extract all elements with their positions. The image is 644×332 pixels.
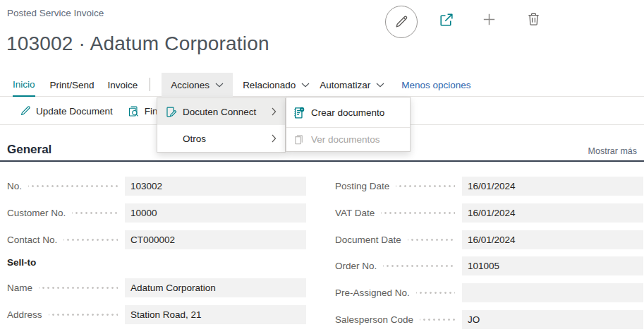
edit-button[interactable] [385,6,418,38]
edit-document-icon [165,106,177,118]
field-salesperson-code: Salesperson Code JO [335,310,643,329]
dotted-leader [28,177,118,196]
menos-opciones-link[interactable]: Menos opciones [401,73,470,97]
trash-icon [525,11,542,28]
field-value[interactable]: 10000 [125,203,306,223]
field-label: VAT Date [335,208,375,218]
field-contact-no: Contact No. CT000002 [7,230,306,249]
tab-separator [150,78,150,91]
dotted-leader [381,203,455,223]
general-section-heading: General [7,143,51,157]
dotted-leader [416,283,455,302]
field-label: Salesperson Code [335,314,413,325]
chevron-down-icon [376,83,384,88]
field-address: Address Station Road, 21 [7,305,306,324]
field-value[interactable]: 16/01/2024 [462,177,643,196]
dotted-leader [396,177,455,196]
field-value[interactable]: 16/01/2024 [462,230,643,249]
field-value[interactable]: Station Road, 21 [125,305,306,324]
menu-item-crear-documento[interactable]: Crear documento [286,97,410,127]
field-posting-date: Posting Date 16/01/2024 [335,177,643,196]
tab-automatizar[interactable]: Automatizar [320,73,384,97]
chevron-right-icon [272,107,277,116]
dotted-leader [39,278,118,297]
field-label: Order No. [335,261,377,271]
dotted-leader [383,256,455,275]
create-document-icon [292,106,305,119]
find-entries-button[interactable]: Fin [128,105,158,117]
plus-icon [481,11,497,28]
field-customer-no: Customer No. 10000 [7,203,306,223]
update-document-button[interactable]: Update Document [20,105,113,117]
tab-acciones[interactable]: Acciones [162,73,233,97]
field-no: No. 103002 [7,177,306,196]
field-label: Name [7,283,32,293]
update-document-label: Update Document [36,106,113,117]
dotted-leader [420,310,455,329]
ribbon-tab-bar: Inicio Print/Send Invoice Acciones Relac… [0,73,644,97]
tab-label: Menos opciones [401,80,470,90]
chevron-down-icon [301,83,310,88]
menu-item-label: Crear documento [311,107,401,118]
section-divider [0,160,644,162]
delete-button[interactable] [525,11,542,28]
tab-label: Acciones [171,80,209,90]
field-value[interactable]: 16/01/2024 [462,203,643,223]
documents-icon [292,134,305,146]
share-icon [437,11,455,29]
field-label: Customer No. [7,208,66,218]
acciones-dropdown-menu: Docuten Connect Otros [157,97,286,153]
field-label: Address [7,309,42,320]
menu-item-otros[interactable]: Otros [157,125,285,152]
menu-item-ver-documentos: Ver documentos [286,128,410,151]
tab-inicio[interactable]: Inicio [13,73,35,97]
pencil-icon [394,15,408,29]
dotted-leader [63,230,118,249]
field-value[interactable]: 101005 [462,256,643,275]
tab-label: Inicio [13,79,35,90]
find-entries-icon [128,105,140,117]
tab-invoice[interactable]: Invoice [108,73,138,97]
field-document-date: Document Date 16/01/2024 [335,230,643,249]
dotted-leader [408,230,455,249]
field-label: Contact No. [7,235,57,245]
field-value[interactable]: JO [462,310,643,329]
menu-item-docuten-connect[interactable]: Docuten Connect [157,98,285,125]
dotted-leader [49,305,118,324]
field-label: No. [7,181,22,191]
tab-label: Print/Send [50,80,95,90]
share-button[interactable] [437,11,455,29]
chevron-right-icon [272,134,277,143]
menu-item-label: Docuten Connect [183,107,266,117]
tab-relacionado[interactable]: Relacionado [243,73,310,97]
docuten-connect-submenu: Crear documento Ver documentos [286,97,411,152]
field-vat-date: VAT Date 16/01/2024 [335,203,643,223]
menu-item-label: Otros [183,134,266,144]
dotted-leader [72,203,118,223]
tab-label: Automatizar [320,80,370,90]
sell-to-group-label: Sell-to [7,257,36,268]
pencil-icon [20,105,31,117]
page-caption: Posted Service Invoice [7,8,104,18]
field-pre-assigned-no: Pre-Assigned No. [335,283,643,302]
field-value[interactable]: Adatum Corporation [125,278,306,297]
field-value[interactable] [462,283,643,302]
chevron-down-icon [215,83,224,88]
find-entries-label: Fin [145,106,158,117]
tab-label: Relacionado [243,80,296,90]
new-button[interactable] [481,11,497,28]
show-more-link[interactable]: Mostrar más [588,146,637,156]
field-name: Name Adatum Corporation [7,278,306,297]
field-label: Document Date [335,235,401,245]
field-value[interactable]: CT000002 [125,230,306,249]
tab-print-send[interactable]: Print/Send [50,73,95,97]
field-order-no: Order No. 101005 [335,256,643,275]
field-label: Pre-Assigned No. [335,287,410,298]
field-label: Posting Date [335,181,389,191]
page-title: 103002 · Adatum Corporation [6,32,269,55]
field-value[interactable]: 103002 [125,177,306,196]
tab-label: Invoice [108,80,138,90]
menu-item-label: Ver documentos [311,134,401,145]
